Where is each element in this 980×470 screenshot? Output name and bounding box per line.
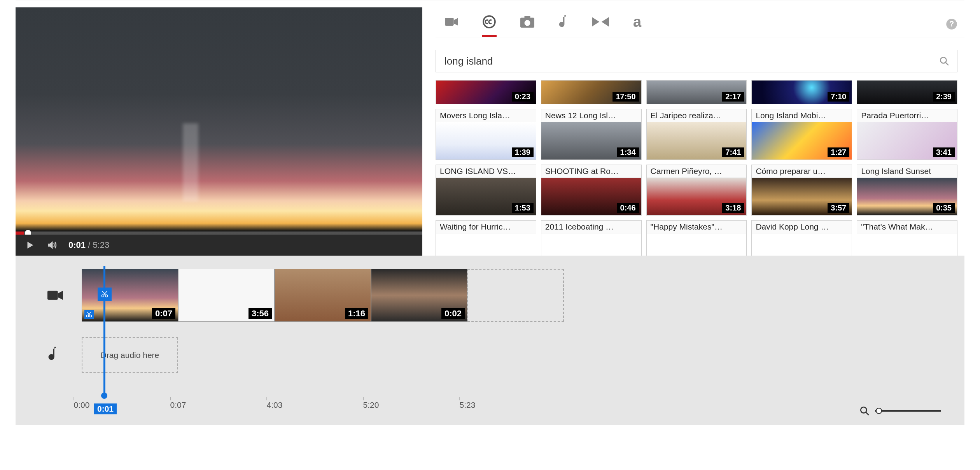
result-card[interactable]: Parada Puertorri… 3:41 (857, 109, 957, 160)
zoom-icon (859, 406, 870, 416)
volume-button[interactable] (46, 239, 58, 251)
seek-progress (16, 231, 24, 235)
clip-duration: 1:16 (345, 308, 368, 319)
playhead[interactable]: 0:01 (103, 266, 105, 396)
result-title: SHOOTING at Ro… (541, 165, 641, 178)
result-card[interactable]: 2:17 (646, 80, 747, 104)
search-icon[interactable] (939, 56, 949, 66)
result-title: David Kopp Long … (752, 221, 852, 233)
tab-my-videos[interactable] (443, 13, 460, 35)
clip-duration: 0:07 (152, 308, 175, 319)
tab-text[interactable]: a (631, 11, 644, 37)
playhead-cut-button[interactable] (98, 288, 112, 301)
help-button[interactable]: ? (946, 18, 964, 30)
audio-track[interactable]: Drag audio here (82, 337, 933, 373)
result-card[interactable]: Long Island Mobi… 1:27 (751, 109, 852, 160)
result-title: Long Island Sunset (857, 165, 957, 178)
result-card[interactable]: David Kopp Long … (751, 220, 852, 256)
result-card[interactable]: News 12 Long Isl… 1:34 (541, 109, 642, 160)
player-controls: 0:01 / 5:23 (16, 235, 422, 256)
video-drop-zone[interactable] (467, 269, 564, 322)
cut-icon[interactable] (84, 310, 94, 319)
svg-point-4 (525, 20, 530, 26)
tab-transitions[interactable] (590, 13, 611, 35)
result-title: Waiting for Hurric… (436, 221, 536, 233)
thumbnail-duration: 1:27 (828, 147, 849, 157)
svg-rect-0 (445, 18, 454, 26)
thumbnail-duration: 3:18 (722, 203, 744, 213)
clip-duration: 0:02 (441, 308, 465, 319)
svg-line-15 (866, 412, 869, 415)
timeline-zoom[interactable] (859, 406, 941, 416)
playhead-handle[interactable] (101, 393, 107, 399)
duration: 5:23 (93, 240, 109, 250)
result-title: "Happy Mistakes"… (647, 221, 747, 233)
search-input[interactable] (444, 55, 939, 68)
svg-point-7 (940, 57, 946, 63)
text-icon: a (633, 14, 641, 30)
search-field[interactable] (436, 50, 957, 72)
time-ruler[interactable]: 0:00 0:07 4:03 5:20 5:23 (82, 400, 933, 410)
tab-creative-commons[interactable] (480, 12, 499, 37)
result-card[interactable]: Movers Long Isla… 1:39 (436, 109, 536, 160)
result-card[interactable]: 0:23 (436, 80, 536, 104)
clip-duration: 3:56 (248, 308, 272, 319)
timeline-panel: 0:07 3:56 1:16 0:02 (16, 256, 964, 425)
thumbnail-duration: 1:53 (512, 203, 534, 213)
audio-drop-label: Drag audio here (101, 351, 159, 360)
result-title: LONG ISLAND VS… (436, 165, 536, 178)
result-card[interactable]: SHOOTING at Ro… 0:46 (541, 165, 642, 216)
media-tabs: a ? (436, 7, 964, 37)
result-card[interactable]: El Jaripeo realiza… 7:41 (646, 109, 747, 160)
result-card[interactable]: "Happy Mistakes"… (646, 220, 747, 256)
result-card[interactable]: Cómo preparar u… 3:57 (751, 165, 852, 216)
time-display: 0:01 / 5:23 (68, 240, 109, 250)
result-title: Carmen Piñeyro, … (647, 165, 747, 178)
zoom-slider[interactable] (875, 410, 941, 412)
tab-photos[interactable] (518, 13, 537, 35)
zoom-slider-handle[interactable] (876, 408, 882, 414)
video-track-icon (47, 288, 63, 302)
thumbnail-duration: 0:23 (512, 92, 534, 102)
result-card[interactable]: Waiting for Hurric… (436, 220, 536, 256)
thumbnail-duration: 2:17 (722, 92, 744, 102)
result-card[interactable]: Long Island Sunset 0:35 (857, 165, 957, 216)
result-title: 2011 Iceboating … (541, 221, 641, 233)
tab-audio[interactable] (556, 12, 570, 36)
current-time: 0:01 (68, 240, 86, 250)
seek-bar[interactable] (16, 231, 422, 235)
svg-line-8 (945, 62, 948, 65)
video-track[interactable]: 0:07 3:56 1:16 0:02 (82, 269, 933, 322)
result-title: Parada Puertorri… (857, 109, 957, 122)
thumbnail-duration: 7:41 (722, 147, 744, 157)
timeline-clip[interactable]: 0:07 (82, 269, 178, 322)
thumbnail-duration: 3:41 (933, 147, 955, 157)
svg-rect-9 (47, 291, 58, 300)
timeline-clip[interactable]: 1:16 (275, 269, 371, 322)
result-card[interactable]: "That's What Mak… (857, 220, 957, 256)
thumbnail-duration: 7:10 (828, 92, 849, 102)
result-title: "That's What Mak… (857, 221, 957, 233)
timeline-clip[interactable]: 3:56 (178, 269, 275, 322)
thumbnail-duration: 1:34 (617, 147, 639, 157)
result-card[interactable]: 17:50 (541, 80, 642, 104)
result-card[interactable]: Carmen Piñeyro, … 3:18 (646, 165, 747, 216)
preview-frame (16, 7, 422, 256)
timeline-clip[interactable]: 0:02 (371, 269, 467, 322)
result-title: Long Island Mobi… (752, 109, 852, 122)
result-card[interactable]: LONG ISLAND VS… 1:53 (436, 165, 536, 216)
playhead-time: 0:01 (94, 403, 117, 414)
result-title: News 12 Long Isl… (541, 109, 641, 122)
svg-point-14 (861, 407, 866, 413)
thumbnail-duration: 0:46 (617, 203, 639, 213)
video-preview[interactable]: 0:01 / 5:23 (16, 7, 422, 256)
result-card[interactable]: 2:39 (857, 80, 957, 104)
audio-drop-zone[interactable]: Drag audio here (82, 337, 178, 373)
play-button[interactable] (25, 240, 35, 250)
ruler-tick: 5:23 (460, 400, 476, 410)
ruler-tick: 0:07 (170, 400, 186, 410)
result-card[interactable]: 2011 Iceboating … (541, 220, 642, 256)
ruler-tick: 4:03 (267, 400, 283, 410)
result-card[interactable]: 7:10 (751, 80, 852, 104)
ruler-tick: 0:00 (74, 400, 90, 410)
